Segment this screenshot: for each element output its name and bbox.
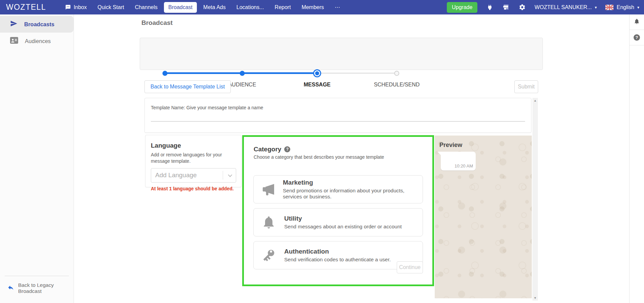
notifications-button[interactable] (630, 14, 644, 30)
input-underline (151, 121, 525, 122)
main-content: Broadcast CREATE AUDIENCE MESSAGE SCHEDU… (74, 14, 629, 303)
gear-icon[interactable] (518, 4, 526, 11)
step-label-audience: AUDIENCE (228, 82, 256, 88)
nav-item-more[interactable]: ⋯ (330, 2, 344, 13)
megaphone-icon (260, 181, 276, 197)
step-dot-message[interactable] (313, 69, 321, 77)
navbar-right: Upgrade WOZTELL SANUKER... ▾ (447, 2, 639, 13)
scroll-down-arrow-icon[interactable]: ▼ (532, 295, 538, 301)
language-menu[interactable]: English ▾ (605, 4, 639, 10)
woztell-logo: WOZTELL (6, 3, 46, 12)
chevron-down-icon: ▾ (637, 5, 639, 10)
category-option-utility[interactable]: Utility Send messages about an existing … (253, 208, 423, 236)
chat-bubble-icon (65, 4, 71, 10)
step-dot-audience[interactable] (240, 71, 245, 76)
language-title: Language (151, 142, 236, 149)
whatsapp-preview-panel: Preview 10:20 AM (435, 136, 532, 298)
more-ellipsis-icon: ⋯ (335, 4, 340, 10)
store-icon[interactable] (502, 4, 510, 11)
option-description: Send messages about an existing order or… (284, 224, 402, 230)
category-title: Category (254, 146, 281, 153)
scroll-up-arrow-icon[interactable]: ▲ (532, 98, 538, 103)
nav-label: Channels (135, 4, 158, 10)
nav-label: Locations... (237, 4, 264, 10)
language-description: Add or remove languages for your message… (151, 152, 235, 164)
nav-item-meta-ads[interactable]: Meta Ads (199, 2, 230, 13)
option-title: Marketing (283, 179, 423, 186)
message-bubble: 10:20 AM (441, 152, 476, 171)
upgrade-button[interactable]: Upgrade (447, 2, 477, 13)
option-description: Send promotions or information about you… (283, 188, 423, 200)
legacy-label: Back to Legacy Broadcast (18, 282, 74, 294)
uk-flag-icon (605, 5, 613, 10)
step-dot-schedule-send[interactable] (394, 71, 399, 76)
nav-label: Quick Start (97, 4, 124, 10)
nav-item-inbox[interactable]: Inbox (61, 2, 91, 13)
select-placeholder: Add Language (151, 172, 223, 179)
broadcast-stepper: CREATE AUDIENCE MESSAGE SCHEDULE/SEND (140, 38, 543, 70)
sidebar-footer: Back to Legacy Broadcast (0, 276, 74, 303)
nav-item-locations[interactable]: Locations... (232, 2, 268, 13)
plug-icon[interactable] (486, 4, 493, 11)
step-dot-create[interactable] (163, 71, 168, 76)
category-option-marketing[interactable]: Marketing Send promotions or information… (253, 175, 423, 203)
account-name: WOZTELL SANUKER... (534, 4, 592, 10)
back-to-template-list-button[interactable]: Back to Message Template List (144, 80, 231, 93)
divider (5, 276, 69, 276)
nav-label: Broadcast (168, 4, 192, 10)
reply-arrow-icon (7, 284, 14, 292)
right-utility-bar: ? (629, 14, 644, 303)
nav-item-members[interactable]: Members (297, 2, 329, 13)
add-language-select[interactable]: Add Language (151, 168, 236, 183)
sidebar-item-label: Audiences (25, 38, 51, 44)
nav-item-channels[interactable]: Channels (130, 2, 162, 13)
bell-icon (634, 18, 640, 26)
nav-label: Members (302, 4, 324, 10)
option-texts: Marketing Send promotions or information… (283, 179, 423, 200)
left-sidebar: Broadcasts Audiences Back to Legacy Broa… (0, 14, 74, 303)
nav-label: Inbox (74, 4, 87, 10)
template-name-card: Template Name: Give your message templat… (144, 98, 531, 133)
option-title: Authentication (284, 248, 391, 255)
continue-button[interactable]: Continue (397, 261, 423, 273)
nav-label: Meta Ads (203, 4, 226, 10)
option-title: Utility (284, 215, 402, 222)
submit-button[interactable]: Submit (514, 80, 538, 93)
nav-item-quick-start[interactable]: Quick Start (93, 2, 128, 13)
contact-card-icon (10, 37, 18, 45)
step-label-schedule-send: SCHEDULE/SEND (374, 82, 420, 88)
message-timestamp: 10:20 AM (455, 163, 473, 168)
sidebar-item-audiences[interactable]: Audiences (0, 33, 74, 49)
category-subtitle: Choose a category that best describes yo… (254, 154, 432, 160)
option-description: Send verification codes to authenticate … (284, 257, 391, 263)
main-nav: Inbox Quick Start Channels Broadcast Met… (61, 2, 344, 13)
preview-title: Preview (439, 142, 462, 149)
paper-plane-icon (10, 20, 17, 29)
active-step-dot (315, 71, 319, 75)
page-title: Broadcast (141, 19, 173, 27)
bell-icon (260, 215, 277, 230)
sidebar-item-broadcasts[interactable]: Broadcasts (0, 16, 74, 33)
vertical-scrollbar[interactable]: ▲ ▼ (532, 98, 538, 301)
option-texts: Utility Send messages about an existing … (284, 215, 402, 230)
account-menu[interactable]: WOZTELL SANUKER... ▾ (534, 4, 597, 10)
app-window: WOZTELL Inbox Quick Start Channels Broad… (0, 0, 644, 303)
category-panel: Category ? Choose a category that best d… (242, 135, 434, 286)
chevron-down-icon: ▾ (595, 5, 597, 10)
nav-item-broadcast[interactable]: Broadcast (164, 2, 197, 13)
step-label-message: MESSAGE (304, 82, 331, 88)
language-label: English (616, 4, 634, 10)
nav-item-report[interactable]: Report (270, 2, 295, 13)
help-button[interactable]: ? (630, 30, 644, 45)
sidebar-item-label: Broadcasts (24, 21, 54, 28)
language-card: Language Add or remove languages for you… (145, 135, 242, 187)
language-warning: At least 1 language should be added. (151, 186, 236, 191)
top-navbar: WOZTELL Inbox Quick Start Channels Broad… (0, 0, 644, 14)
key-icon (260, 248, 277, 263)
category-header: Category ? (254, 146, 432, 153)
help-circle-icon[interactable]: ? (284, 146, 290, 152)
option-texts: Authentication Send verification codes t… (284, 248, 391, 263)
template-name-input[interactable]: Template Name: Give your message templat… (151, 105, 263, 110)
chevron-down-icon (223, 174, 236, 177)
back-to-legacy-broadcast[interactable]: Back to Legacy Broadcast (0, 282, 74, 303)
